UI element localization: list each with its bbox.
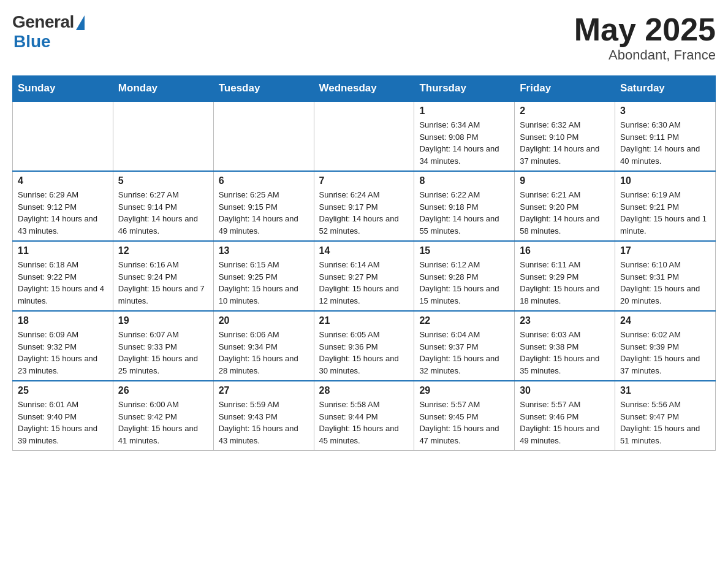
calendar-cell: 13Sunrise: 6:15 AM Sunset: 9:25 PM Dayli… [213, 241, 314, 311]
day-number: 23 [520, 315, 610, 326]
calendar-cell: 11Sunrise: 6:18 AM Sunset: 9:22 PM Dayli… [13, 241, 113, 311]
calendar-cell: 25Sunrise: 6:01 AM Sunset: 9:40 PM Dayli… [13, 381, 113, 451]
day-number: 27 [219, 385, 309, 396]
calendar-cell: 26Sunrise: 6:00 AM Sunset: 9:42 PM Dayli… [113, 381, 213, 451]
week-row-3: 11Sunrise: 6:18 AM Sunset: 9:22 PM Dayli… [13, 241, 716, 311]
calendar-cell: 8Sunrise: 6:22 AM Sunset: 9:18 PM Daylig… [414, 171, 515, 241]
calendar-cell [314, 101, 414, 171]
day-number: 16 [520, 245, 610, 256]
day-info: Sunrise: 5:56 AM Sunset: 9:47 PM Dayligh… [620, 399, 710, 446]
weekday-header-tuesday: Tuesday [213, 76, 314, 102]
weekday-header-wednesday: Wednesday [314, 76, 414, 102]
day-info: Sunrise: 6:32 AM Sunset: 9:10 PM Dayligh… [520, 119, 610, 167]
day-number: 11 [18, 245, 108, 256]
day-info: Sunrise: 6:24 AM Sunset: 9:17 PM Dayligh… [319, 189, 409, 237]
day-info: Sunrise: 6:14 AM Sunset: 9:27 PM Dayligh… [319, 259, 409, 307]
calendar-cell: 29Sunrise: 5:57 AM Sunset: 9:45 PM Dayli… [414, 381, 515, 451]
calendar-cell: 27Sunrise: 5:59 AM Sunset: 9:43 PM Dayli… [213, 381, 314, 451]
location-label: Abondant, France [574, 47, 716, 63]
weekday-header-row: SundayMondayTuesdayWednesdayThursdayFrid… [13, 76, 716, 102]
calendar-cell: 6Sunrise: 6:25 AM Sunset: 9:15 PM Daylig… [213, 171, 314, 241]
day-info: Sunrise: 5:59 AM Sunset: 9:43 PM Dayligh… [219, 399, 309, 446]
calendar-cell: 18Sunrise: 6:09 AM Sunset: 9:32 PM Dayli… [13, 311, 113, 381]
day-info: Sunrise: 6:03 AM Sunset: 9:38 PM Dayligh… [520, 329, 610, 377]
calendar-cell: 23Sunrise: 6:03 AM Sunset: 9:38 PM Dayli… [515, 311, 615, 381]
day-info: Sunrise: 6:00 AM Sunset: 9:42 PM Dayligh… [118, 399, 208, 446]
day-info: Sunrise: 6:05 AM Sunset: 9:36 PM Dayligh… [319, 329, 409, 377]
week-row-1: 1Sunrise: 6:34 AM Sunset: 9:08 PM Daylig… [13, 101, 716, 171]
calendar-cell: 3Sunrise: 6:30 AM Sunset: 9:11 PM Daylig… [615, 101, 716, 171]
day-info: Sunrise: 6:27 AM Sunset: 9:14 PM Dayligh… [118, 189, 208, 237]
day-number: 13 [219, 245, 309, 256]
day-info: Sunrise: 6:09 AM Sunset: 9:32 PM Dayligh… [18, 329, 108, 377]
calendar-cell: 14Sunrise: 6:14 AM Sunset: 9:27 PM Dayli… [314, 241, 414, 311]
calendar-cell: 5Sunrise: 6:27 AM Sunset: 9:14 PM Daylig… [113, 171, 213, 241]
logo-triangle-icon [76, 15, 85, 30]
calendar-cell: 20Sunrise: 6:06 AM Sunset: 9:34 PM Dayli… [213, 311, 314, 381]
day-number: 9 [520, 175, 610, 186]
calendar-cell [213, 101, 314, 171]
day-info: Sunrise: 6:01 AM Sunset: 9:40 PM Dayligh… [18, 399, 108, 446]
day-info: Sunrise: 6:04 AM Sunset: 9:37 PM Dayligh… [419, 329, 509, 377]
weekday-header-sunday: Sunday [13, 76, 113, 102]
week-row-4: 18Sunrise: 6:09 AM Sunset: 9:32 PM Dayli… [13, 311, 716, 381]
day-number: 7 [319, 175, 409, 186]
day-info: Sunrise: 5:58 AM Sunset: 9:44 PM Dayligh… [319, 399, 409, 446]
weekday-header-friday: Friday [515, 76, 615, 102]
day-info: Sunrise: 6:29 AM Sunset: 9:12 PM Dayligh… [18, 189, 108, 237]
day-info: Sunrise: 6:19 AM Sunset: 9:21 PM Dayligh… [620, 189, 710, 237]
day-info: Sunrise: 6:10 AM Sunset: 9:31 PM Dayligh… [620, 259, 710, 307]
day-number: 1 [419, 105, 509, 117]
day-number: 5 [118, 175, 208, 186]
day-number: 14 [319, 245, 409, 256]
day-number: 4 [18, 175, 108, 186]
calendar-cell: 15Sunrise: 6:12 AM Sunset: 9:28 PM Dayli… [414, 241, 515, 311]
day-info: Sunrise: 6:02 AM Sunset: 9:39 PM Dayligh… [620, 329, 710, 377]
day-number: 15 [419, 245, 509, 256]
calendar-cell [13, 101, 113, 171]
day-info: Sunrise: 6:30 AM Sunset: 9:11 PM Dayligh… [620, 119, 710, 167]
month-title: May 2025 [574, 12, 716, 47]
day-info: Sunrise: 6:25 AM Sunset: 9:15 PM Dayligh… [219, 189, 309, 237]
calendar-cell: 9Sunrise: 6:21 AM Sunset: 9:20 PM Daylig… [515, 171, 615, 241]
day-info: Sunrise: 6:21 AM Sunset: 9:20 PM Dayligh… [520, 189, 610, 237]
weekday-header-monday: Monday [113, 76, 213, 102]
day-number: 21 [319, 315, 409, 326]
day-number: 10 [620, 175, 710, 186]
day-number: 30 [520, 385, 610, 396]
day-number: 20 [219, 315, 309, 326]
week-row-5: 25Sunrise: 6:01 AM Sunset: 9:40 PM Dayli… [13, 381, 716, 451]
day-info: Sunrise: 6:16 AM Sunset: 9:24 PM Dayligh… [118, 259, 208, 307]
day-info: Sunrise: 6:15 AM Sunset: 9:25 PM Dayligh… [219, 259, 309, 307]
calendar-cell: 22Sunrise: 6:04 AM Sunset: 9:37 PM Dayli… [414, 311, 515, 381]
calendar-cell: 28Sunrise: 5:58 AM Sunset: 9:44 PM Dayli… [314, 381, 414, 451]
day-info: Sunrise: 6:11 AM Sunset: 9:29 PM Dayligh… [520, 259, 610, 307]
calendar-cell: 1Sunrise: 6:34 AM Sunset: 9:08 PM Daylig… [414, 101, 515, 171]
day-info: Sunrise: 5:57 AM Sunset: 9:45 PM Dayligh… [419, 399, 509, 446]
day-number: 25 [18, 385, 108, 396]
title-block: May 2025 Abondant, France [574, 12, 716, 63]
weekday-header-saturday: Saturday [615, 76, 716, 102]
calendar-cell: 2Sunrise: 6:32 AM Sunset: 9:10 PM Daylig… [515, 101, 615, 171]
day-info: Sunrise: 5:57 AM Sunset: 9:46 PM Dayligh… [520, 399, 610, 446]
day-number: 8 [419, 175, 509, 186]
logo-general-text: General [12, 12, 74, 32]
day-number: 29 [419, 385, 509, 396]
day-number: 31 [620, 385, 710, 396]
day-info: Sunrise: 6:22 AM Sunset: 9:18 PM Dayligh… [419, 189, 509, 237]
day-number: 22 [419, 315, 509, 326]
day-number: 28 [319, 385, 409, 396]
logo: General Blue [12, 12, 85, 52]
day-number: 17 [620, 245, 710, 256]
calendar-cell: 17Sunrise: 6:10 AM Sunset: 9:31 PM Dayli… [615, 241, 716, 311]
day-info: Sunrise: 6:34 AM Sunset: 9:08 PM Dayligh… [419, 119, 509, 167]
day-number: 19 [118, 315, 208, 326]
calendar-cell [113, 101, 213, 171]
day-number: 26 [118, 385, 208, 396]
calendar-cell: 31Sunrise: 5:56 AM Sunset: 9:47 PM Dayli… [615, 381, 716, 451]
day-number: 12 [118, 245, 208, 256]
day-number: 24 [620, 315, 710, 326]
day-number: 6 [219, 175, 309, 186]
calendar-cell: 16Sunrise: 6:11 AM Sunset: 9:29 PM Dayli… [515, 241, 615, 311]
calendar-cell: 30Sunrise: 5:57 AM Sunset: 9:46 PM Dayli… [515, 381, 615, 451]
